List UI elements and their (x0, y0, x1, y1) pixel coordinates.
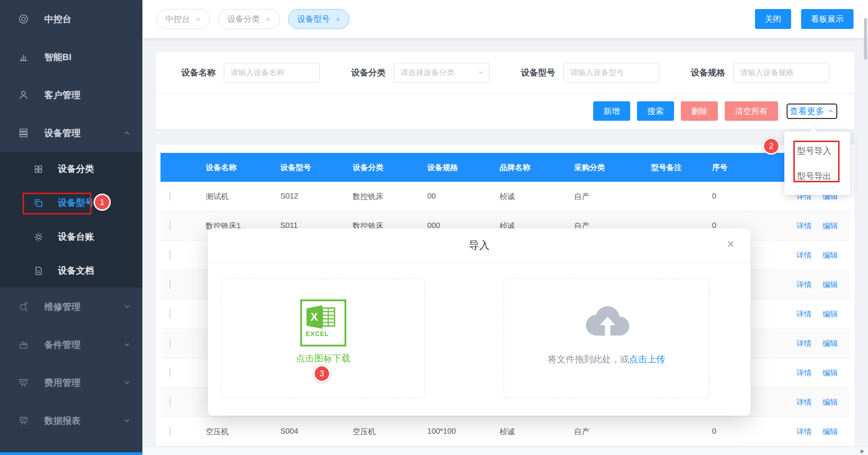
delete-button[interactable]: 删除 (681, 101, 718, 121)
detail-link[interactable]: 详情 (797, 280, 812, 290)
document-icon (33, 266, 43, 276)
model-copy-icon (33, 198, 43, 208)
detail-link[interactable]: 详情 (797, 221, 812, 231)
edit-link[interactable]: 编辑 (823, 309, 838, 319)
row-checkbox[interactable] (170, 427, 170, 436)
row-checkbox[interactable] (170, 309, 170, 318)
edit-link[interactable]: 编辑 (823, 427, 838, 437)
sidebar-item-label: 备件管理 (44, 339, 80, 351)
edit-link[interactable]: 编辑 (823, 221, 838, 231)
board-display-button[interactable]: 看板展示 (801, 9, 854, 29)
filter-label: 设备规格 (691, 67, 725, 79)
device-spec-input[interactable] (733, 63, 829, 83)
detail-link[interactable]: 详情 (797, 338, 812, 349)
modal-close-icon[interactable]: × (727, 238, 734, 251)
chevron-down-icon (123, 341, 131, 348)
device-category-select[interactable] (394, 63, 490, 83)
tab-device-category[interactable]: 设备分类 × (218, 9, 280, 29)
import-modal: 导入 × X EXCEL 点击图标下载 (208, 228, 750, 416)
add-button[interactable]: 新增 (593, 101, 630, 121)
row-checkbox[interactable] (170, 191, 170, 201)
filter-label: 设备名称 (181, 67, 216, 79)
sidebar-item-devices[interactable]: 设备管理 (0, 114, 142, 152)
cell-device-model: S004 (271, 427, 344, 436)
table-actions-row: 新增 搜索 删除 清空所有 查看更多 (156, 94, 854, 128)
bi-chart-icon (18, 52, 29, 62)
row-checkbox[interactable] (170, 250, 170, 260)
vertical-scrollbar-thumb[interactable] (864, 18, 867, 60)
detail-link[interactable]: 详情 (797, 368, 812, 378)
expense-board-icon (18, 377, 29, 388)
model-import-item[interactable]: 型号导入 (784, 138, 850, 164)
edit-link[interactable]: 编辑 (823, 338, 838, 349)
edit-link[interactable]: 编辑 (823, 397, 838, 408)
tab-label: 设备型号 (297, 14, 330, 24)
edit-link[interactable]: 编辑 (823, 368, 838, 378)
table-row: 空压机 S004 空压机 100*100 桢诚 自产 0 详情 编辑 (160, 417, 850, 446)
app-root: 中控台 智能BI 客户管理 设备管理 (0, 0, 868, 455)
cell-device-name: 测试机 (197, 191, 271, 202)
sidebar-item-bi[interactable]: 智能BI (0, 38, 142, 76)
tab-console[interactable]: 中控台 × (156, 9, 210, 29)
column-header: 设备名称 (197, 162, 271, 173)
device-server-icon (18, 128, 29, 138)
detail-link[interactable]: 详情 (797, 397, 812, 408)
column-header: 型号备注 (642, 162, 703, 173)
filter-device-model: 设备型号 (521, 63, 659, 83)
close-icon[interactable]: × (336, 15, 340, 23)
sidebar-item-repair[interactable]: 维修管理 (0, 288, 142, 326)
search-button[interactable]: 搜索 (637, 101, 674, 121)
detail-link[interactable]: 详情 (797, 427, 812, 437)
row-checkbox[interactable] (170, 368, 170, 377)
sidebar-item-label: 费用管理 (44, 377, 80, 389)
horizontal-scrollbar[interactable]: ▶ (142, 446, 868, 455)
sidebar-item-spare-parts[interactable]: 备件管理 (0, 326, 142, 364)
excel-label: EXCEL (306, 330, 329, 337)
chevron-down-icon (123, 379, 131, 386)
modal-header: 导入 × (208, 228, 750, 263)
click-upload-link[interactable]: 点击上传 (629, 354, 665, 364)
clear-all-button[interactable]: 清空所有 (725, 101, 778, 121)
view-more-link[interactable]: 查看更多 (788, 104, 836, 118)
sidebar-item-console[interactable]: 中控台 (0, 0, 142, 38)
detail-link[interactable]: 详情 (797, 309, 812, 319)
sidebar-item-customers[interactable]: 客户管理 (0, 76, 142, 114)
cell-device-name: 空压机 (197, 427, 271, 437)
sidebar-item-label: 智能BI (44, 51, 71, 63)
sidebar-item-expenses[interactable]: 费用管理 (0, 364, 142, 402)
upload-dropzone[interactable]: 将文件拖到此处，或点击上传 (504, 279, 709, 398)
edit-link[interactable]: 编辑 (823, 250, 838, 261)
modal-body: X EXCEL 点击图标下载 (208, 263, 750, 416)
sidebar-item-device-docs[interactable]: 设备文档 (0, 254, 142, 288)
more-dropdown: 型号导入 型号导出 (784, 132, 850, 195)
column-header: 采购分类 (565, 162, 642, 173)
download-template-text[interactable]: 点击图标下载 (296, 352, 350, 365)
sidebar-item-device-category[interactable]: 设备分类 (0, 152, 142, 186)
device-name-input[interactable] (224, 63, 320, 83)
svg-text:X: X (311, 311, 318, 323)
device-model-input[interactable] (563, 63, 659, 83)
cell-purchase-category: 自产 (565, 427, 642, 437)
column-header: 设备分类 (344, 162, 418, 173)
sidebar-item-device-model[interactable]: 设备型号 (0, 186, 142, 220)
row-checkbox[interactable] (170, 280, 170, 289)
row-checkbox[interactable] (170, 397, 170, 407)
customer-icon (18, 90, 29, 100)
close-icon[interactable]: × (196, 15, 200, 23)
row-checkbox[interactable] (170, 221, 170, 230)
table-row: 测试机 S012 数控铣床 00 桢诚 自产 0 详情 编辑 (160, 182, 850, 211)
detail-link[interactable]: 详情 (797, 250, 812, 261)
table-header: 设备名称 设备型号 设备分类 设备规格 品牌名称 采购分类 型号备注 序号 (160, 153, 850, 182)
edit-link[interactable]: 编辑 (823, 280, 838, 290)
sidebar-item-reports[interactable]: 数据报表 (0, 402, 142, 440)
tab-device-model[interactable]: 设备型号 × (288, 9, 350, 29)
model-export-item[interactable]: 型号导出 (784, 164, 850, 189)
close-icon[interactable]: × (266, 15, 270, 23)
row-checkbox[interactable] (170, 338, 170, 348)
excel-template-icon[interactable]: X EXCEL (300, 299, 346, 346)
sidebar-scrollbar[interactable] (0, 452, 142, 455)
sidebar-item-device-ledger[interactable]: 设备台账 (0, 220, 142, 254)
close-page-button[interactable]: 关闭 (755, 9, 791, 29)
scroll-right-arrow-icon[interactable]: ▶ (861, 448, 864, 454)
topbar-actions: 关闭 看板展示 (755, 9, 854, 29)
